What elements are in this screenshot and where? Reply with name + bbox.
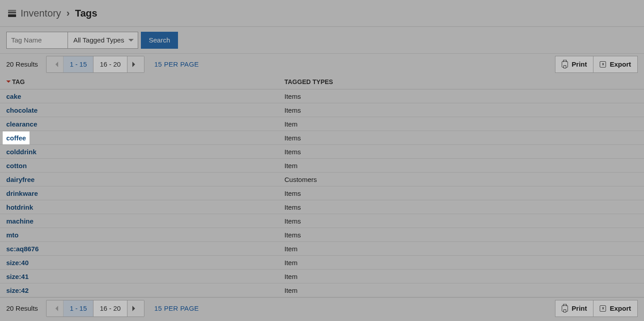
types-cell: Items <box>278 200 644 214</box>
types-cell: Items <box>278 186 644 200</box>
types-cell: Item <box>278 256 644 270</box>
search-button[interactable]: Search <box>141 32 178 49</box>
col-header-tag[interactable]: TAG <box>0 75 278 89</box>
tag-cell: hotdrink <box>0 200 278 214</box>
print-button-bottom[interactable]: Print <box>555 300 593 317</box>
tag-link[interactable]: dairyfree <box>6 176 34 183</box>
tag-cell: size:41 <box>0 270 278 283</box>
export-button-bottom[interactable]: Export <box>593 300 638 317</box>
tag-link[interactable]: colddrink <box>6 148 37 156</box>
print-label-bottom: Print <box>572 304 587 312</box>
table-row: coffeeItems <box>0 131 644 145</box>
table-row: hotdrinkItems <box>0 200 644 214</box>
export-icon <box>600 61 606 68</box>
tag-link[interactable]: cotton <box>6 162 27 169</box>
tag-link[interactable]: size:40 <box>6 259 29 266</box>
results-count-bottom: 20 Results <box>6 304 38 312</box>
types-cell: Item <box>278 283 644 297</box>
print-icon <box>562 305 568 312</box>
pager-bar-top: 20 Results 1 - 15 16 - 20 15 PER PAGE Pr… <box>0 53 644 75</box>
tag-link[interactable]: cake <box>6 93 21 100</box>
pager-page-1-bottom[interactable]: 1 - 15 <box>64 300 93 317</box>
table-row: dairyfreeCustomers <box>0 173 644 186</box>
per-page-select-bottom[interactable]: 15 PER PAGE <box>154 304 199 312</box>
types-cell: Items <box>278 131 644 145</box>
per-page-select[interactable]: 15 PER PAGE <box>154 60 199 68</box>
tag-link[interactable]: coffee <box>3 131 30 144</box>
tag-link[interactable]: size:41 <box>6 273 29 280</box>
export-button[interactable]: Export <box>593 56 638 73</box>
col-header-tag-label: TAG <box>12 78 25 85</box>
tag-cell: dairyfree <box>0 173 278 186</box>
pager-prev[interactable] <box>47 56 64 72</box>
tag-link[interactable]: sc:aq8676 <box>6 245 39 253</box>
sort-desc-icon <box>6 80 11 85</box>
filter-bar: All Tagged Types Search <box>0 27 644 53</box>
tag-cell: coffee <box>0 131 278 145</box>
types-cell: Item <box>278 117 644 131</box>
pager-page-2-bottom[interactable]: 16 - 20 <box>93 300 127 317</box>
tag-link[interactable]: hotdrink <box>6 203 33 211</box>
table-row: size:42Item <box>0 283 644 297</box>
print-label: Print <box>572 60 587 68</box>
table-row: size:40Item <box>0 256 644 270</box>
tag-cell: sc:aq8676 <box>0 242 278 256</box>
tag-name-input[interactable] <box>6 32 68 49</box>
export-label: Export <box>610 60 631 68</box>
col-header-types[interactable]: TAGGED TYPES <box>278 75 644 89</box>
tagged-types-select[interactable]: All Tagged Types <box>68 32 138 49</box>
breadcrumb-parent[interactable]: Inventory <box>21 8 61 19</box>
chevron-right-icon: › <box>67 8 70 19</box>
tag-cell: machine <box>0 214 278 228</box>
types-cell: Items <box>278 228 644 242</box>
pager-bottom: 1 - 15 16 - 20 <box>46 300 144 317</box>
types-cell: Items <box>278 214 644 228</box>
tag-cell: size:42 <box>0 283 278 297</box>
chevron-right-icon <box>132 62 138 67</box>
results-count: 20 Results <box>6 60 38 68</box>
pager-prev-bottom[interactable] <box>47 300 64 317</box>
export-icon <box>600 305 606 312</box>
breadcrumb: Inventory › Tags <box>0 0 644 27</box>
types-cell: Item <box>278 270 644 283</box>
pager: 1 - 15 16 - 20 <box>46 56 144 73</box>
table-row: colddrinkItems <box>0 145 644 159</box>
chevron-left-icon <box>53 306 58 311</box>
table-row: mtoItems <box>0 228 644 242</box>
print-button[interactable]: Print <box>555 56 593 73</box>
tag-cell: colddrink <box>0 145 278 159</box>
breadcrumb-current: Tags <box>75 8 97 19</box>
types-cell: Item <box>278 159 644 173</box>
tag-link[interactable]: machine <box>6 217 34 225</box>
table-row: sc:aq8676Item <box>0 242 644 256</box>
pager-page-1[interactable]: 1 - 15 <box>64 56 93 72</box>
table-row: cottonItem <box>0 159 644 173</box>
types-cell: Items <box>278 145 644 159</box>
chevron-left-icon <box>53 62 58 67</box>
pager-next[interactable] <box>127 56 144 72</box>
tag-cell: drinkware <box>0 186 278 200</box>
tag-link[interactable]: drinkware <box>6 190 38 197</box>
pager-bar-bottom: 20 Results 1 - 15 16 - 20 15 PER PAGE Pr… <box>0 297 644 319</box>
tag-cell: cake <box>0 89 278 103</box>
table-row: cakeItems <box>0 89 644 103</box>
tag-link[interactable]: mto <box>6 231 19 239</box>
inventory-icon <box>8 10 16 17</box>
types-cell: Items <box>278 89 644 103</box>
export-label-bottom: Export <box>610 304 631 312</box>
table-row: size:41Item <box>0 270 644 283</box>
tag-link[interactable]: clearance <box>6 120 37 128</box>
table-row: drinkwareItems <box>0 186 644 200</box>
tag-cell: size:40 <box>0 256 278 270</box>
tag-cell: cotton <box>0 159 278 173</box>
table-row: clearanceItem <box>0 117 644 131</box>
tag-link[interactable]: size:42 <box>6 287 29 294</box>
tag-cell: clearance <box>0 117 278 131</box>
print-icon <box>562 61 568 68</box>
chevron-right-icon <box>132 306 138 311</box>
tag-cell: chocolate <box>0 103 278 117</box>
tags-table: TAG TAGGED TYPES cakeItemschocolateItems… <box>0 75 644 297</box>
pager-page-2[interactable]: 16 - 20 <box>93 56 127 72</box>
pager-next-bottom[interactable] <box>127 300 144 317</box>
tag-link[interactable]: chocolate <box>6 106 38 114</box>
